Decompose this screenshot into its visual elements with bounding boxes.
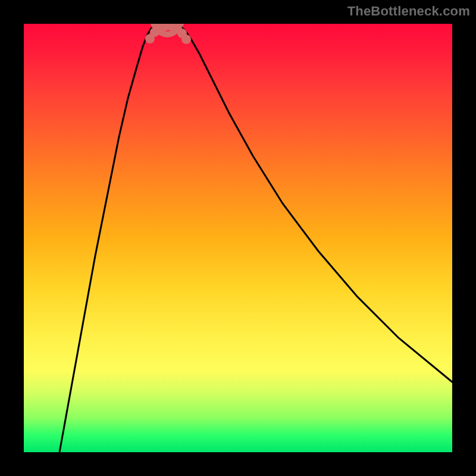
curve-right-arm — [180, 26, 452, 382]
watermark-text: TheBottleneck.com — [347, 4, 470, 19]
min-region-dot — [181, 35, 191, 44]
curve-group — [60, 24, 452, 452]
chart-svg — [24, 24, 452, 452]
chart-frame: TheBottleneck.com — [0, 0, 476, 476]
curve-left-arm — [60, 26, 155, 452]
